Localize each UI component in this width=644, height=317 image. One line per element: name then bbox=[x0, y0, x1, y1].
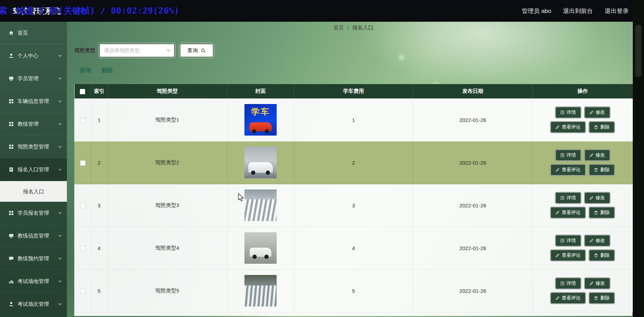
edit-button[interactable]: 修改 bbox=[584, 192, 610, 204]
grid-icon bbox=[8, 121, 14, 127]
sidebar-item-2[interactable]: 学员管理 bbox=[0, 67, 67, 90]
edit-button[interactable]: 修改 bbox=[584, 278, 610, 289]
breadcrumb-current: 报名入口 bbox=[352, 25, 373, 30]
sidebar-item-1[interactable]: 个人中心 bbox=[0, 44, 67, 67]
license-type-select[interactable]: 请选择驾照类型 bbox=[99, 44, 174, 57]
sidebar-item-7[interactable]: 学员报名管理 bbox=[0, 202, 67, 225]
chevron-down-icon bbox=[58, 76, 62, 81]
cell-license-type: 驾照类型3 bbox=[108, 184, 227, 227]
view-comments-button[interactable]: 查看评论 bbox=[550, 292, 586, 304]
topbar-right: 管理员 abo 退出到前台 退出登录 bbox=[522, 0, 629, 22]
table-toolbar: 新增 删除 bbox=[74, 67, 632, 74]
cover-image bbox=[244, 275, 277, 306]
view-comments-button[interactable]: 查看评论 bbox=[550, 250, 586, 261]
sidebar-item-5[interactable]: 驾照类型管理 bbox=[0, 136, 67, 158]
sidebar-item-label: 考试场地管理 bbox=[18, 278, 49, 285]
delete-button[interactable]: 删除 bbox=[589, 250, 615, 261]
sidebar-item-9[interactable]: 教练预约管理 bbox=[0, 247, 67, 270]
next-row-partial bbox=[74, 312, 632, 316]
table-row: 1驾照类型1学车12022-01-26详情修改查看评论删除 bbox=[75, 98, 633, 141]
sidebar-item-6[interactable]: 报名入口管理 bbox=[0, 158, 67, 181]
detail-button[interactable]: 详情 bbox=[555, 235, 581, 246]
delete-button[interactable]: 删除 bbox=[589, 207, 615, 218]
edit-button[interactable]: 修改 bbox=[584, 235, 610, 246]
row-checkbox[interactable] bbox=[80, 160, 85, 166]
pencil-icon bbox=[589, 281, 594, 285]
row-checkbox[interactable] bbox=[80, 289, 85, 294]
row-actions: 详情修改查看评论删除 bbox=[533, 235, 632, 261]
cover-image bbox=[244, 147, 277, 178]
edit-button[interactable]: 修改 bbox=[584, 107, 610, 118]
logout-link[interactable]: 退出登录 bbox=[605, 7, 629, 15]
view-comments-button[interactable]: 查看评论 bbox=[550, 122, 586, 133]
sidebar-item-0[interactable]: 首页 bbox=[0, 22, 67, 44]
filter-row: 驾照类型 请选择驾照类型 查询 bbox=[74, 44, 632, 57]
chart-icon bbox=[8, 278, 14, 284]
admin-user-label: 管理员 abo bbox=[522, 7, 551, 15]
sidebar-subitem[interactable]: 报名入口 bbox=[0, 181, 67, 202]
chevron-down-icon bbox=[58, 279, 62, 283]
table-row: 3驾照类型332022-01-26详情修改查看评论删除 bbox=[75, 184, 633, 227]
table-row: 2驾照类型222022-01-26详情修改查看评论删除 bbox=[75, 141, 633, 184]
search-icon bbox=[201, 48, 206, 53]
cell-index: 5 bbox=[91, 269, 108, 312]
select-all-checkbox[interactable] bbox=[80, 89, 85, 94]
sidebar-item-label: 驾照类型管理 bbox=[18, 144, 49, 150]
detail-button[interactable]: 详情 bbox=[555, 150, 581, 161]
row-actions: 详情修改查看评论删除 bbox=[533, 278, 632, 304]
cell-fee: 2 bbox=[294, 141, 413, 184]
cell-publish-date: 2022-01-26 bbox=[413, 227, 533, 269]
breadcrumb-home[interactable]: 首页 bbox=[333, 25, 344, 30]
delete-button[interactable]: 删除 bbox=[102, 67, 113, 74]
sidebar-item-11[interactable]: 考试场次管理 bbox=[0, 293, 67, 316]
sidebar-item-8[interactable]: 教练信息管理 bbox=[0, 225, 67, 247]
chevron-down-icon bbox=[58, 99, 62, 103]
chevron-down-icon bbox=[58, 211, 62, 215]
scrollbar[interactable] bbox=[633, 0, 644, 317]
sidebar-item-10[interactable]: 考试场地管理 bbox=[0, 270, 67, 293]
detail-button[interactable]: 详情 bbox=[555, 107, 581, 118]
chat-icon bbox=[8, 256, 14, 261]
col-header-publish-date: 发布日期 bbox=[413, 84, 533, 98]
chevron-down-icon bbox=[58, 302, 62, 306]
grid-icon bbox=[8, 144, 14, 150]
col-header-cover: 封面 bbox=[227, 84, 294, 98]
cell-publish-date: 2022-01-26 bbox=[413, 98, 533, 141]
grid-icon bbox=[8, 98, 14, 104]
sidebar-item-4[interactable]: 教练管理 bbox=[0, 113, 67, 136]
sidebar-item-label: 报名入口管理 bbox=[18, 166, 49, 173]
sidebar-item-label: 个人中心 bbox=[18, 53, 39, 59]
detail-button[interactable]: 详情 bbox=[555, 278, 581, 289]
col-header-fee: 学车费用 bbox=[294, 84, 413, 98]
cell-index: 1 bbox=[91, 98, 108, 141]
view-comments-button[interactable]: 查看评论 bbox=[550, 207, 586, 218]
row-checkbox[interactable] bbox=[80, 246, 85, 251]
app-window: 驾校管理系统 索：快进 5 秒(关键帧) / 00:02:29(26%) 管理员… bbox=[0, 0, 644, 317]
row-checkbox[interactable] bbox=[80, 203, 85, 208]
sidebar-item-label: 教练管理 bbox=[18, 121, 39, 128]
doc-lines-icon bbox=[560, 196, 565, 200]
col-header-index: 索引 bbox=[91, 84, 108, 98]
scrollbar-thumb[interactable] bbox=[635, 25, 642, 77]
delete-button[interactable]: 删除 bbox=[589, 292, 615, 304]
pencil-icon bbox=[555, 168, 560, 172]
license-types-table: 索引 驾照类型 封面 学车费用 发布日期 操作 1驾照类型1学车12022-01… bbox=[74, 84, 633, 312]
row-checkbox[interactable] bbox=[80, 118, 85, 123]
exit-to-front-link[interactable]: 退出到前台 bbox=[563, 7, 593, 15]
doc-lines-icon bbox=[560, 281, 565, 285]
pencil-icon bbox=[555, 125, 560, 129]
cell-index: 2 bbox=[91, 141, 108, 184]
detail-button[interactable]: 详情 bbox=[555, 192, 581, 204]
delete-button[interactable]: 删除 bbox=[589, 122, 615, 133]
delete-button[interactable]: 删除 bbox=[589, 164, 615, 175]
cover-image-text: 学车 bbox=[251, 106, 270, 117]
view-comments-button[interactable]: 查看评论 bbox=[550, 164, 586, 175]
pencil-icon bbox=[589, 196, 594, 200]
edit-button[interactable]: 修改 bbox=[584, 150, 610, 161]
cell-index: 4 bbox=[91, 227, 108, 269]
search-button[interactable]: 查询 bbox=[180, 44, 213, 57]
add-button[interactable]: 新增 bbox=[80, 67, 91, 74]
cell-license-type: 驾照类型2 bbox=[108, 141, 227, 184]
sidebar-item-3[interactable]: 车辆信息管理 bbox=[0, 90, 67, 113]
row-actions: 详情修改查看评论删除 bbox=[533, 192, 632, 218]
